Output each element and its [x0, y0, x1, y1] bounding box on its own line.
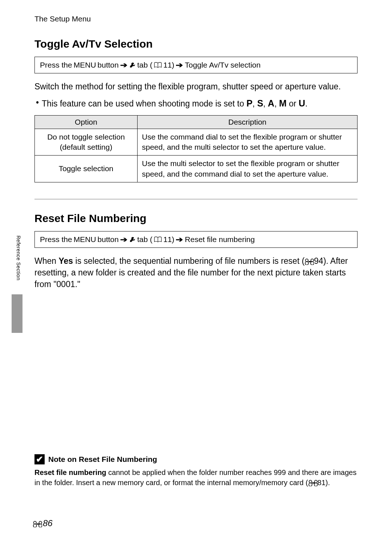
nav-text: button [98, 61, 119, 69]
table-header-option: Option [35, 115, 138, 129]
page-header: The Setup Menu [34, 15, 358, 23]
page-number-value: 86 [43, 518, 53, 528]
table-header-description: Description [138, 115, 358, 129]
nav-text: Press the [40, 61, 72, 69]
reference-icon [308, 479, 318, 487]
body-bold: Yes [58, 256, 73, 266]
check-icon: ✔ [34, 454, 45, 464]
body-text: When [34, 256, 58, 266]
mode-s: S [257, 98, 263, 108]
svg-rect-4 [309, 261, 311, 262]
page-number: 86 [33, 518, 53, 528]
note-title: Note on Reset File Numbering [48, 455, 157, 464]
nav-text: tab ( [137, 235, 152, 244]
table-row: Do not toggle selection (default setting… [35, 129, 358, 156]
svg-point-15 [39, 521, 42, 524]
nav-text: Toggle Av/Tv selection [185, 61, 261, 69]
sep: . [305, 99, 307, 108]
side-tab-label: Reference Section [16, 235, 21, 281]
side-tab-block [12, 294, 23, 333]
body-text: is selected, the sequential numbering of… [75, 256, 305, 266]
nav-path-avtv: Press the MENU button ➔ tab ( 11) ➔ Togg… [34, 57, 358, 73]
table-row: Toggle selection Use the multi selector … [35, 156, 358, 182]
option-default: (default setting) [60, 143, 113, 151]
svg-point-10 [314, 480, 317, 483]
section-title-avtv: Toggle Av/Tv Selection [34, 38, 358, 50]
note-body: Reset file numbering cannot be applied w… [34, 467, 358, 488]
note-heading: ✔ Note on Reset File Numbering [34, 454, 358, 464]
mode-m: M [279, 98, 287, 108]
svg-point-6 [311, 262, 314, 265]
reference-icon [305, 256, 314, 266]
bullet-text: This feature can be used when shooting m… [42, 99, 246, 108]
sep: or [287, 99, 299, 108]
svg-point-5 [311, 259, 314, 262]
menu-label: MENU [74, 61, 96, 69]
sep: , [253, 99, 257, 108]
section-body: Switch the method for setting the flexib… [34, 81, 358, 92]
nav-text: Press the [40, 235, 72, 244]
svg-rect-9 [312, 483, 315, 484]
svg-point-8 [309, 483, 312, 486]
section-body: When Yes is selected, the sequential num… [34, 255, 358, 290]
options-table: Option Description Do not toggle selecti… [34, 115, 358, 182]
note-text: 81). [318, 479, 330, 487]
bullet-dot-icon: • [36, 97, 39, 110]
svg-rect-14 [37, 524, 40, 525]
nav-path-reset: Press the MENU button ➔ tab ( 11) ➔ Rese… [34, 231, 358, 248]
svg-point-11 [314, 483, 317, 486]
note-bold: Reset file numbering [34, 468, 106, 476]
svg-point-7 [309, 480, 312, 483]
arrow-right-icon: ➔ [176, 235, 183, 244]
nav-text: 11) [163, 235, 174, 244]
bullet-item: • This feature can be used when shooting… [34, 97, 358, 110]
arrow-right-icon: ➔ [120, 235, 127, 244]
mode-p: P [246, 98, 253, 108]
option-cell: Do not toggle selection (default setting… [35, 129, 138, 156]
mode-a: A [268, 98, 274, 108]
book-icon [154, 61, 162, 69]
svg-point-13 [33, 524, 37, 527]
sep: , [274, 99, 279, 108]
description-cell: Use the multi selector to set the flexib… [138, 156, 358, 182]
wrench-icon [129, 235, 136, 244]
nav-text: Reset file numbering [185, 235, 255, 244]
description-cell: Use the command dial to set the flexible… [138, 129, 358, 156]
svg-point-12 [34, 521, 37, 524]
section-title-reset: Reset File Numbering [34, 212, 358, 225]
svg-point-3 [305, 262, 309, 265]
svg-point-16 [39, 524, 42, 527]
arrow-right-icon: ➔ [120, 61, 127, 69]
mode-u: U [299, 98, 305, 108]
book-icon [154, 235, 162, 244]
reference-icon [33, 518, 42, 528]
note-section: ✔ Note on Reset File Numbering Reset fil… [34, 454, 358, 488]
menu-label: MENU [74, 235, 96, 244]
wrench-icon [129, 61, 136, 69]
section-divider [34, 199, 358, 200]
nav-text: button [98, 235, 119, 244]
arrow-right-icon: ➔ [176, 61, 183, 69]
nav-text: 11) [163, 61, 174, 69]
nav-text: tab ( [137, 61, 152, 69]
sep: , [263, 99, 268, 108]
option-name: Do not toggle selection [47, 133, 125, 141]
svg-point-2 [306, 259, 309, 262]
option-cell: Toggle selection [35, 156, 138, 182]
